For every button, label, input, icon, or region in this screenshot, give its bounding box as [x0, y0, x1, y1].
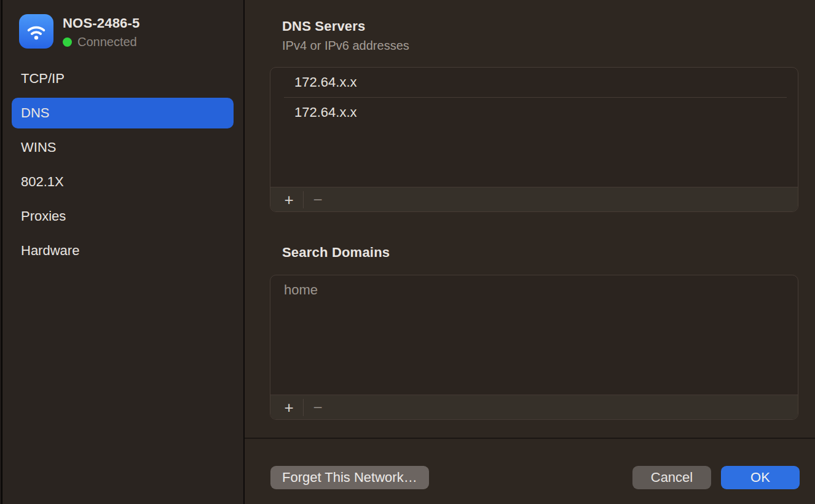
- sidebar-nav: TCP/IP DNS WINS 802.1X Proxies Hardware: [2, 63, 243, 266]
- dns-server-row[interactable]: 172.64.x.x: [270, 68, 798, 97]
- remove-search-domain-button[interactable]: −: [307, 398, 329, 417]
- connected-status-label: Connected: [77, 35, 137, 49]
- plus-icon: +: [284, 398, 293, 417]
- sidebar-item-hardware[interactable]: Hardware: [12, 235, 234, 266]
- sidebar-item-proxies[interactable]: Proxies: [12, 201, 234, 232]
- search-domains-box: home + −: [270, 275, 798, 420]
- connected-status-dot: [63, 37, 72, 47]
- sidebar-item-8021x[interactable]: 802.1X: [12, 167, 234, 197]
- dns-pane: DNS Servers IPv4 or IPv6 addresses 172.6…: [245, 0, 815, 504]
- plus-icon: +: [284, 191, 293, 209]
- dns-servers-title: DNS Servers: [282, 18, 800, 34]
- network-header: NOS-2486-5 Connected: [19, 14, 243, 49]
- network-details-window: NOS-2486-5 Connected TCP/IP DNS WINS 802…: [0, 0, 815, 504]
- cancel-button[interactable]: Cancel: [632, 466, 711, 489]
- network-meta: NOS-2486-5 Connected: [63, 14, 140, 49]
- dns-server-value: 172.64.x.x: [294, 104, 357, 120]
- dns-server-value: 172.64.x.x: [294, 74, 357, 90]
- ok-button[interactable]: OK: [721, 466, 800, 489]
- dialog-actions: Cancel OK: [632, 466, 800, 489]
- dns-pane-content: DNS Servers IPv4 or IPv6 addresses 172.6…: [245, 0, 815, 438]
- search-domains-toolbar: + −: [270, 395, 798, 419]
- sidebar: NOS-2486-5 Connected TCP/IP DNS WINS 802…: [2, 0, 245, 504]
- remove-dns-server-button[interactable]: −: [307, 190, 329, 210]
- dns-servers-empty-area: [270, 127, 798, 187]
- add-search-domain-button[interactable]: +: [278, 398, 300, 417]
- wifi-icon: [19, 14, 53, 49]
- forget-network-button[interactable]: Forget This Network…: [270, 466, 429, 489]
- minus-icon: −: [313, 191, 322, 209]
- dns-servers-box: 172.64.x.x 172.64.x.x + −: [270, 67, 798, 212]
- search-domain-row[interactable]: home: [270, 275, 798, 305]
- network-name: NOS-2486-5: [63, 15, 140, 31]
- bottom-bar: Forget This Network… Cancel OK: [245, 439, 815, 504]
- dns-servers-toolbar: + −: [270, 187, 798, 211]
- network-status: Connected: [63, 35, 140, 49]
- add-dns-server-button[interactable]: +: [278, 190, 300, 210]
- toolbar-separator: [303, 191, 304, 208]
- search-domains-empty-area: [270, 305, 798, 395]
- minus-icon: −: [313, 398, 322, 417]
- sidebar-item-tcpip[interactable]: TCP/IP: [12, 63, 234, 94]
- dns-server-row[interactable]: 172.64.x.x: [270, 98, 798, 127]
- dns-servers-subtitle: IPv4 or IPv6 addresses: [282, 39, 800, 53]
- sidebar-item-dns[interactable]: DNS: [12, 98, 234, 128]
- search-domains-title: Search Domains: [282, 245, 800, 261]
- search-domain-value: home: [284, 282, 318, 298]
- sidebar-item-wins[interactable]: WINS: [12, 132, 234, 163]
- toolbar-separator: [303, 399, 304, 416]
